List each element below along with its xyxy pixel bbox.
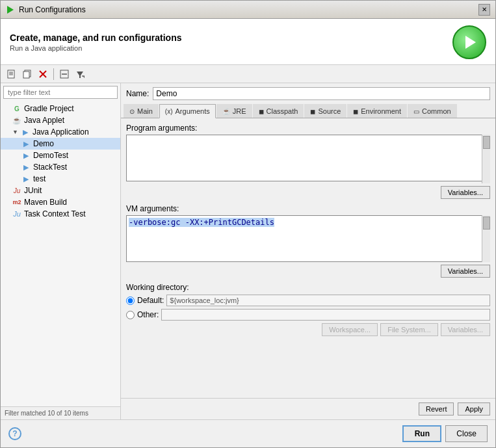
env-tab-icon: ◼ <box>353 108 358 115</box>
tab-label: Environment <box>361 107 401 115</box>
filter-input[interactable] <box>3 86 118 99</box>
sidebar-item-label: test <box>33 174 46 183</box>
source-tab-icon: ◼ <box>310 108 315 115</box>
default-radio[interactable] <box>126 296 135 305</box>
run-triangle-icon <box>465 36 476 49</box>
delete-icon <box>38 70 47 79</box>
vm-args-variables-button[interactable]: Variables... <box>441 265 490 278</box>
demo-config-icon: ▶ <box>21 140 31 148</box>
run-button[interactable] <box>452 25 486 59</box>
sidebar-item-applet[interactable]: ☕ Java Applet <box>1 114 120 126</box>
revert-button[interactable]: Revert <box>419 402 454 415</box>
delete-button[interactable] <box>36 67 50 81</box>
sidebar-item-label: Demo <box>33 139 54 148</box>
vm-args-label: VM arguments: <box>126 204 490 213</box>
tab-label: JRE <box>233 107 246 115</box>
name-row: Name: <box>121 83 495 104</box>
program-args-scrollbar[interactable] <box>482 135 490 183</box>
sidebar-item-label: StackTest <box>33 163 67 172</box>
vm-args-variables-row: Variables... <box>126 265 490 278</box>
run-dialog-button[interactable]: Run <box>402 425 441 442</box>
dir-variables-button: Variables... <box>441 323 490 336</box>
other-radio-row: Other: <box>126 309 490 321</box>
sidebar-item-task-context[interactable]: Ju Task Context Test <box>1 208 120 220</box>
program-args-container <box>126 135 490 183</box>
sidebar-item-label: Java Applet <box>24 116 64 125</box>
task-icon: Ju <box>12 210 21 218</box>
vm-args-scrollbar[interactable] <box>482 215 490 262</box>
toolbar: ▼ <box>1 65 495 83</box>
collapse-all-button[interactable] <box>57 67 72 81</box>
sidebar-item-demo[interactable]: ▶ Demo <box>1 138 120 150</box>
sidebar-item-java-application[interactable]: ▼ ▶ Java Application <box>1 126 120 138</box>
default-dir-input[interactable] <box>166 295 490 306</box>
filter-dropdown-button[interactable]: ▼ <box>73 67 87 81</box>
sidebar-item-maven[interactable]: m2 Maven Build <box>1 196 120 208</box>
vm-args-container: -verbose:gc -XX:+PrintGCDetails <box>126 215 490 262</box>
common-tab-icon: ▭ <box>413 108 419 115</box>
sidebar-item-label: Java Application <box>33 127 89 137</box>
content-area: G Gradle Project ☕ Java Applet ▼ ▶ Java … <box>1 83 495 419</box>
working-dir-section: Working directory: Default: Other: Works… <box>126 283 490 336</box>
scrollbar-thumb <box>483 136 490 149</box>
maven-icon: m2 <box>12 199 21 205</box>
sidebar-item-junit[interactable]: Ju JUnit <box>1 185 120 196</box>
tab-common[interactable]: ▭ Common <box>408 104 457 118</box>
tab-classpath[interactable]: ◼ Classpath <box>253 104 304 118</box>
duplicate-button[interactable] <box>20 67 34 81</box>
arguments-tab-icon: (x) <box>165 108 173 115</box>
toolbar-sep <box>53 68 54 80</box>
title-bar-left: Run Configurations <box>6 5 86 14</box>
sidebar-item-label: Maven Build <box>24 198 67 207</box>
help-button[interactable]: ? <box>8 427 21 440</box>
other-radio[interactable] <box>126 311 135 319</box>
tab-label: Common <box>422 107 451 115</box>
tab-label: Main <box>137 107 153 115</box>
header-title: Create, manage, and run configurations <box>10 33 182 43</box>
run-configurations-dialog: Run Configurations ✕ Create, manage, and… <box>0 0 496 448</box>
tab-jre[interactable]: ☕ JRE <box>216 104 252 118</box>
tab-main[interactable]: ⊙ Main <box>124 104 159 118</box>
sidebar-item-label: JUnit <box>24 186 42 195</box>
close-icon[interactable]: ✕ <box>478 4 490 16</box>
tab-source[interactable]: ◼ Source <box>304 104 346 118</box>
tab-environment[interactable]: ◼ Environment <box>347 104 407 118</box>
svg-rect-6 <box>23 72 29 78</box>
main-tab-icon: ⊙ <box>129 108 135 115</box>
svg-marker-0 <box>7 6 14 14</box>
sidebar-item-demotest[interactable]: ▶ DemoTest <box>1 150 120 161</box>
other-dir-input[interactable] <box>161 309 490 321</box>
vm-args-display: -verbose:gc -XX:+PrintGCDetails <box>126 215 490 262</box>
classpath-tab-icon: ◼ <box>259 108 264 115</box>
new-config-button[interactable] <box>5 67 19 81</box>
svg-text:▼: ▼ <box>83 75 85 79</box>
default-radio-row: Default: <box>126 295 490 306</box>
sidebar-footer: Filter matched 10 of 10 items <box>1 406 120 419</box>
sidebar-item-label: Task Context Test <box>24 209 86 218</box>
sidebar-item-gradle[interactable]: G Gradle Project <box>1 103 120 114</box>
name-input[interactable] <box>153 87 490 100</box>
java-applet-icon: ☕ <box>12 116 21 125</box>
close-dialog-button[interactable]: Close <box>445 425 488 442</box>
title-bar: Run Configurations ✕ <box>1 1 495 19</box>
name-label: Name: <box>126 89 149 98</box>
apply-button[interactable]: Apply <box>458 402 490 415</box>
header-section: Create, manage, and run configurations R… <box>1 19 495 65</box>
sidebar-item-test[interactable]: ▶ test <box>1 173 120 185</box>
other-radio-label: Other: <box>137 310 159 319</box>
arguments-panel: Program arguments: Variables... VM argum… <box>121 118 495 398</box>
jre-tab-icon: ☕ <box>222 108 230 115</box>
program-args-input[interactable] <box>126 135 490 181</box>
sidebar: G Gradle Project ☕ Java Applet ▼ ▶ Java … <box>1 83 121 419</box>
program-args-label: Program arguments: <box>126 124 490 133</box>
program-args-variables-button[interactable]: Variables... <box>441 186 490 199</box>
vm-scrollbar-thumb <box>483 217 490 230</box>
svg-rect-1 <box>8 70 14 78</box>
filter-icon: ▼ <box>75 70 85 79</box>
header-subtitle: Run a Java application <box>10 44 182 52</box>
new-icon <box>7 70 16 79</box>
tab-arguments[interactable]: (x) Arguments <box>159 104 216 118</box>
header-text: Create, manage, and run configurations R… <box>10 33 182 52</box>
sidebar-item-stacktest[interactable]: ▶ StackTest <box>1 161 120 173</box>
footer-buttons: Run Close <box>402 425 488 442</box>
